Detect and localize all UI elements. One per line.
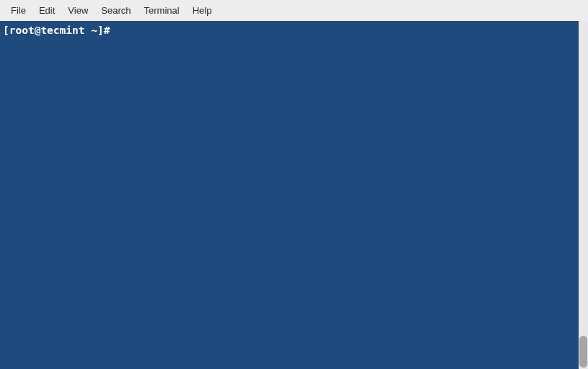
menu-file[interactable]: File	[4, 2, 32, 19]
terminal-area[interactable]: [root@tecmint ~]#	[0, 21, 579, 369]
menu-edit[interactable]: Edit	[32, 2, 61, 19]
menu-search[interactable]: Search	[95, 2, 137, 19]
menu-terminal[interactable]: Terminal	[138, 2, 186, 19]
menubar: File Edit View Search Terminal Help	[0, 0, 588, 21]
menu-view[interactable]: View	[61, 2, 95, 19]
scrollbar-thumb[interactable]	[579, 336, 587, 368]
menu-help[interactable]: Help	[186, 2, 219, 19]
terminal-wrapper: [root@tecmint ~]#	[0, 21, 588, 369]
terminal-prompt: [root@tecmint ~]#	[3, 25, 116, 36]
scrollbar[interactable]	[579, 21, 588, 369]
